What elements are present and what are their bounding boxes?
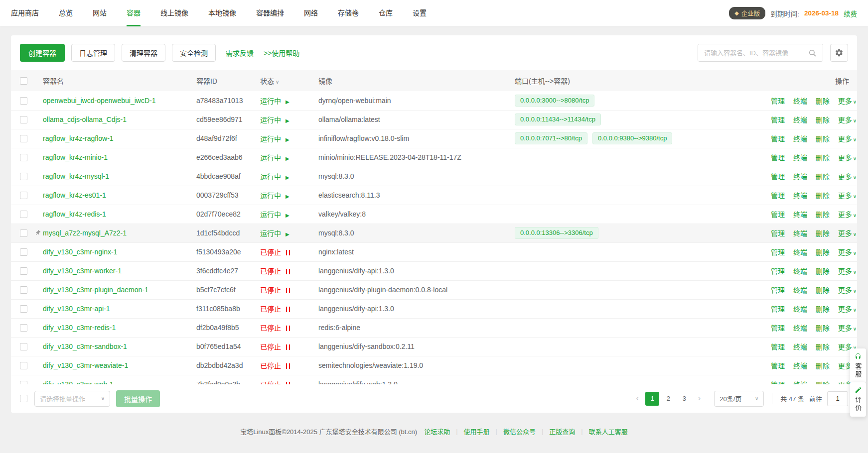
container-name-link[interactable]: dify_v130_c3mr-web-1 bbox=[43, 380, 114, 384]
action-delete[interactable]: 删除 bbox=[816, 211, 830, 219]
nav-item-设置[interactable]: 设置 bbox=[413, 0, 427, 26]
action-delete[interactable]: 删除 bbox=[816, 229, 830, 237]
nav-item-网络[interactable]: 网络 bbox=[304, 0, 318, 26]
action-more[interactable]: 更多∨ bbox=[838, 324, 857, 332]
page-button-2[interactable]: 2 bbox=[661, 392, 675, 406]
action-manage[interactable]: 管理 bbox=[771, 267, 785, 275]
license-badge[interactable]: ◆ 企业版 bbox=[729, 7, 765, 19]
play-icon[interactable]: ▶ bbox=[286, 156, 289, 161]
row-checkbox[interactable] bbox=[20, 324, 27, 332]
feedback-link[interactable]: 需求反馈 bbox=[226, 48, 254, 58]
row-checkbox[interactable] bbox=[20, 229, 27, 237]
action-delete[interactable]: 删除 bbox=[816, 116, 830, 124]
action-more[interactable]: 更多∨ bbox=[838, 305, 857, 313]
action-delete[interactable]: 删除 bbox=[816, 97, 830, 105]
action-delete[interactable]: 删除 bbox=[816, 248, 830, 256]
container-name-link[interactable]: dify_v130_c3mr-weaviate-1 bbox=[43, 361, 128, 369]
play-icon[interactable]: ▶ bbox=[286, 231, 289, 237]
action-manage[interactable]: 管理 bbox=[771, 286, 785, 294]
action-manage[interactable]: 管理 bbox=[771, 343, 785, 351]
action-manage[interactable]: 管理 bbox=[771, 248, 785, 256]
action-more[interactable]: 更多∨ bbox=[838, 229, 857, 237]
row-checkbox[interactable] bbox=[20, 343, 27, 350]
pause-icon[interactable] bbox=[286, 344, 290, 350]
footer-link-微信公众号[interactable]: 微信公众号 bbox=[503, 427, 536, 436]
play-icon[interactable]: ▶ bbox=[286, 213, 289, 218]
container-name-link[interactable]: dify_v130_c3mr-plugin_daemon-1 bbox=[43, 286, 148, 294]
action-terminal[interactable]: 终端 bbox=[793, 229, 807, 237]
action-manage[interactable]: 管理 bbox=[771, 135, 785, 143]
action-more[interactable]: 更多∨ bbox=[838, 267, 857, 275]
action-terminal[interactable]: 终端 bbox=[793, 381, 807, 384]
container-name-link[interactable]: dify_v130_c3mr-redis-1 bbox=[43, 324, 116, 332]
row-checkbox[interactable] bbox=[20, 97, 27, 105]
action-more[interactable]: 更多∨ bbox=[838, 97, 857, 105]
goto-page-input[interactable] bbox=[827, 391, 848, 406]
action-delete[interactable]: 删除 bbox=[816, 305, 830, 313]
nav-item-应用商店[interactable]: 应用商店 bbox=[11, 0, 39, 26]
renew-link[interactable]: 续费 bbox=[844, 8, 857, 18]
row-checkbox[interactable] bbox=[20, 154, 27, 161]
action-delete[interactable]: 删除 bbox=[816, 154, 830, 162]
footer-link-正版查询[interactable]: 正版查询 bbox=[549, 427, 575, 436]
action-manage[interactable]: 管理 bbox=[771, 324, 785, 332]
review-widget[interactable]: 评价 bbox=[850, 382, 866, 417]
action-delete[interactable]: 删除 bbox=[816, 267, 830, 275]
action-manage[interactable]: 管理 bbox=[771, 116, 785, 124]
select-all-checkbox[interactable] bbox=[20, 77, 27, 85]
action-delete[interactable]: 删除 bbox=[816, 381, 830, 384]
search-button[interactable] bbox=[802, 44, 823, 61]
container-name-link[interactable]: openwebui_iwcd-openwebui_iwcD-1 bbox=[43, 97, 155, 105]
nav-item-网站[interactable]: 网站 bbox=[93, 0, 107, 26]
action-terminal[interactable]: 终端 bbox=[793, 267, 807, 275]
action-delete[interactable]: 删除 bbox=[816, 286, 830, 294]
action-more[interactable]: 更多∨ bbox=[838, 135, 857, 143]
action-manage[interactable]: 管理 bbox=[771, 305, 785, 313]
action-terminal[interactable]: 终端 bbox=[793, 343, 807, 351]
page-size-select[interactable]: 20条/页 ∨ bbox=[714, 391, 764, 407]
action-delete[interactable]: 删除 bbox=[816, 192, 830, 200]
pause-icon[interactable] bbox=[286, 269, 290, 274]
container-name-link[interactable]: ragflow_kr4z-redis-1 bbox=[43, 210, 106, 218]
nav-item-总览[interactable]: 总览 bbox=[59, 0, 73, 26]
footer-link-论坛求助[interactable]: 论坛求助 bbox=[424, 427, 450, 436]
container-name-link[interactable]: ragflow_kr4z-es01-1 bbox=[43, 191, 106, 199]
page-button-1[interactable]: 1 bbox=[645, 392, 659, 406]
footer-link-使用手册[interactable]: 使用手册 bbox=[464, 427, 490, 436]
action-delete[interactable]: 删除 bbox=[816, 135, 830, 143]
action-delete[interactable]: 删除 bbox=[816, 362, 830, 370]
action-delete[interactable]: 删除 bbox=[816, 173, 830, 181]
action-delete[interactable]: 删除 bbox=[816, 324, 830, 332]
nav-item-线上镜像[interactable]: 线上镜像 bbox=[160, 0, 188, 26]
container-name-link[interactable]: ragflow_kr4z-mysql-1 bbox=[43, 172, 109, 180]
settings-button[interactable] bbox=[830, 44, 848, 62]
row-checkbox[interactable] bbox=[20, 116, 27, 123]
pause-icon[interactable] bbox=[286, 307, 290, 312]
log-management-button[interactable]: 日志管理 bbox=[71, 44, 115, 62]
row-checkbox[interactable] bbox=[20, 305, 27, 313]
action-manage[interactable]: 管理 bbox=[771, 97, 785, 105]
pause-icon[interactable] bbox=[286, 250, 290, 255]
action-more[interactable]: 更多∨ bbox=[838, 286, 857, 294]
action-terminal[interactable]: 终端 bbox=[793, 211, 807, 219]
action-terminal[interactable]: 终端 bbox=[793, 248, 807, 256]
action-terminal[interactable]: 终端 bbox=[793, 192, 807, 200]
footer-link-联系人工客服[interactable]: 联系人工客服 bbox=[589, 427, 628, 436]
create-container-button[interactable]: 创建容器 bbox=[20, 44, 65, 62]
action-more[interactable]: 更多∨ bbox=[838, 248, 857, 256]
play-icon[interactable]: ▶ bbox=[286, 137, 289, 142]
action-terminal[interactable]: 终端 bbox=[793, 173, 807, 181]
container-name-link[interactable]: ragflow_kr4z-minio-1 bbox=[43, 153, 108, 161]
nav-item-容器[interactable]: 容器 bbox=[127, 0, 141, 26]
action-terminal[interactable]: 终端 bbox=[793, 135, 807, 143]
action-terminal[interactable]: 终端 bbox=[793, 116, 807, 124]
page-button-3[interactable]: 3 bbox=[677, 392, 691, 406]
next-page-button[interactable]: › bbox=[692, 392, 706, 406]
pause-icon[interactable] bbox=[286, 363, 290, 369]
action-more[interactable]: 更多∨ bbox=[838, 192, 857, 200]
search-input[interactable] bbox=[698, 44, 802, 61]
container-name-link[interactable]: ragflow_kr4z-ragflow-1 bbox=[43, 134, 114, 142]
pause-icon[interactable] bbox=[286, 326, 290, 331]
action-more[interactable]: 更多∨ bbox=[838, 154, 857, 162]
batch-operation-select[interactable]: 请选择批量操作 ∨ bbox=[34, 391, 110, 407]
